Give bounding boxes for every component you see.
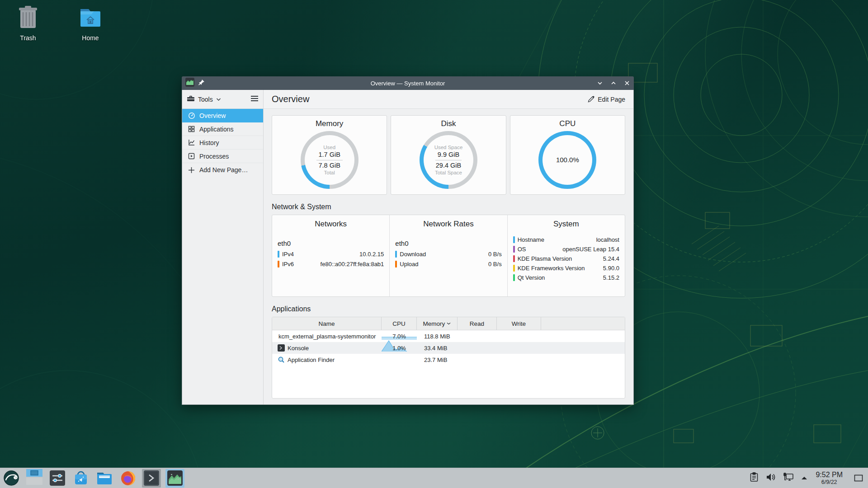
column-title: System <box>513 220 619 229</box>
cpu-percent-value: 100.0% <box>556 156 579 164</box>
clipboard-icon[interactable] <box>750 472 759 484</box>
memory-cell: 23.7 MiB <box>417 357 458 363</box>
dolphin-file-manager-launcher[interactable] <box>95 469 114 488</box>
system-column[interactable]: System Hostname localhost OS <box>507 215 625 296</box>
cpu-card[interactable]: CPU 100.0% <box>510 115 625 195</box>
sidebar-item-history[interactable]: History <box>182 136 263 150</box>
taskbar-task-system-monitor[interactable] <box>165 469 184 488</box>
show-desktop-button[interactable] <box>854 471 863 485</box>
legend-label: KDE Plasma Version <box>518 255 572 262</box>
application-finder-icon <box>278 356 285 363</box>
desktop-icons: Trash Home <box>6 5 112 42</box>
speedometer-icon <box>188 112 195 119</box>
table-header: Name CPU Memory Read Write <box>272 317 625 330</box>
desktop-icon-label: Home <box>82 34 99 42</box>
sidebar-item-label: Processes <box>199 153 229 160</box>
network-system-panel: Networks eth0 IPv4 10.0.2.15 IPv6 fe80::… <box>272 215 625 297</box>
interface-name: eth0 <box>395 239 501 247</box>
legend-value: localhost <box>596 236 619 243</box>
pager-icon <box>25 469 43 486</box>
disk-card[interactable]: Disk Used Space 9.9 GiB 29.4 GiB Total S… <box>391 115 506 195</box>
memory-card[interactable]: Memory Used 1.7 GiB 7.8 GiB Total <box>272 115 387 195</box>
close-button[interactable] <box>624 80 630 86</box>
system-settings-launcher[interactable] <box>48 469 67 488</box>
interface-name: eth0 <box>278 239 384 247</box>
legend-value: 0 B/s <box>488 251 502 258</box>
table-row[interactable]: kcm_external_plasma-systemmonitor 7.0% 1… <box>272 330 625 342</box>
column-header-name[interactable]: Name <box>272 317 382 330</box>
sidebar-item-add-new-page[interactable]: Add New Page… <box>182 163 263 177</box>
donut-used-value: 1.7 GiB <box>318 150 340 159</box>
firefox-launcher[interactable] <box>118 469 137 488</box>
column-title: Networks <box>278 220 384 229</box>
app-name-cell: kcm_external_plasma-systemmonitor <box>272 333 382 340</box>
chevron-down-icon <box>216 98 221 101</box>
trash-icon <box>16 5 40 32</box>
column-header-memory[interactable]: Memory <box>417 317 458 330</box>
card-title: Disk <box>441 119 456 128</box>
show-desktop-icon <box>854 474 863 482</box>
donut-total-value: 7.8 GiB <box>318 161 340 169</box>
network-rates-column[interactable]: Network Rates eth0 Download 0 B/s Upload… <box>389 215 507 296</box>
donut-used-value: 9.9 GiB <box>438 150 459 159</box>
application-launcher-button[interactable] <box>2 469 21 488</box>
volume-icon[interactable] <box>766 473 776 483</box>
legend-color-bar <box>513 255 515 262</box>
networks-column[interactable]: Networks eth0 IPv4 10.0.2.15 IPv6 fe80::… <box>272 215 389 296</box>
discover-launcher[interactable] <box>71 469 90 488</box>
desktop-icon-home[interactable]: Home <box>69 5 112 42</box>
donut-label-top: Used Space <box>434 144 463 150</box>
sidebar-item-label: Overview <box>199 112 226 119</box>
network-icon[interactable] <box>783 472 794 483</box>
page-title: Overview <box>272 94 309 104</box>
table-row[interactable]: Konsole 1.0% 33.4 MiB <box>272 342 625 354</box>
maximize-button[interactable] <box>610 80 617 86</box>
folder-icon <box>96 471 113 485</box>
tools-menu-button[interactable]: Tools <box>187 95 221 104</box>
legend-row-download: Download 0 B/s <box>395 249 501 259</box>
memory-cell: 118.8 MiB <box>417 333 458 340</box>
cpu-cell: 7.0% <box>382 333 417 340</box>
legend-value: 5.24.4 <box>603 255 619 262</box>
column-header-read[interactable]: Read <box>458 317 497 330</box>
sidebar-item-applications[interactable]: Applications <box>182 122 263 136</box>
memory-donut: Used 1.7 GiB 7.8 GiB Total <box>301 131 359 189</box>
disk-donut: Used Space 9.9 GiB 29.4 GiB Total Space <box>420 131 477 189</box>
clock-date: 6/9/22 <box>816 479 843 485</box>
desktop-icon-trash[interactable]: Trash <box>6 5 50 42</box>
taskbar-task-konsole[interactable] <box>142 469 161 488</box>
main-panel: Overview Edit Page Memory <box>264 90 633 404</box>
expand-tray-icon[interactable] <box>801 474 807 482</box>
window-title: Overview — System Monitor <box>182 80 634 87</box>
legend-label: Download <box>400 251 426 258</box>
app-icon <box>185 78 194 89</box>
minimize-button[interactable] <box>597 80 603 86</box>
legend-row-ipv6: IPv6 fe80::a00:27ff:fe8a:8ab1 <box>278 259 384 269</box>
firefox-icon <box>120 470 136 486</box>
legend-color-bar <box>513 246 515 253</box>
legend-value: openSUSE Leap 15.4 <box>562 246 619 253</box>
system-tray: 9:52 PM 6/9/22 <box>750 471 865 486</box>
legend-value: 5.90.0 <box>603 265 619 272</box>
system-row-hostname: Hostname localhost <box>513 235 619 244</box>
column-header-write[interactable]: Write <box>497 317 541 330</box>
donut-label-top: Used <box>323 144 335 150</box>
desktop: Trash Home <box>0 0 868 488</box>
legend-color-bar <box>513 236 515 243</box>
sidebar-item-overview[interactable]: Overview <box>182 109 263 122</box>
table-row[interactable]: Application Finder 23.7 MiB <box>272 354 625 366</box>
legend-color-bar <box>395 261 397 267</box>
toolbox-icon <box>187 95 195 104</box>
legend-value: 10.0.2.15 <box>359 251 384 258</box>
virtual-desktop-pager[interactable] <box>25 469 43 488</box>
edit-page-button[interactable]: Edit Page <box>588 96 625 103</box>
sidebar-item-label: History <box>199 139 219 146</box>
pin-icon[interactable] <box>198 79 205 88</box>
sort-descending-icon <box>447 322 451 325</box>
hamburger-menu-button[interactable] <box>250 95 259 103</box>
card-title: Memory <box>316 119 343 128</box>
legend-color-bar <box>278 261 279 267</box>
sidebar-item-processes[interactable]: Processes <box>182 150 263 163</box>
digital-clock[interactable]: 9:52 PM 6/9/22 <box>816 471 843 486</box>
titlebar[interactable]: Overview — System Monitor <box>182 76 634 90</box>
